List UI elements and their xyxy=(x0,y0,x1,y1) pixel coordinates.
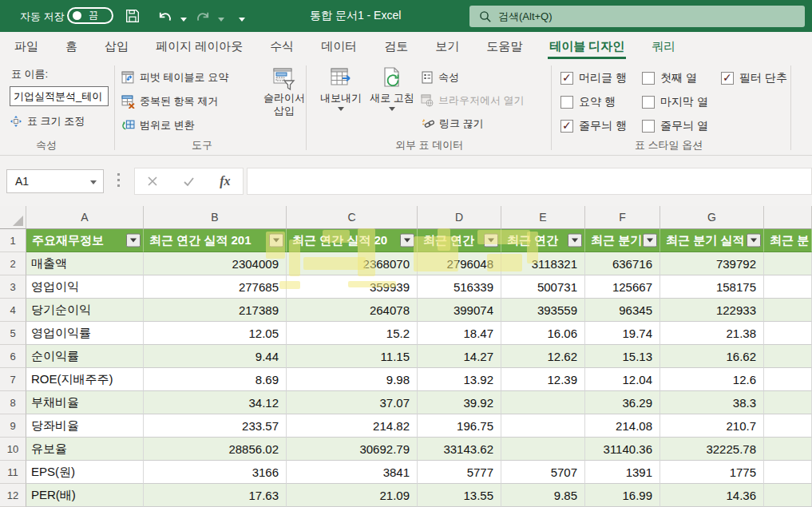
tab-file[interactable]: 파일 xyxy=(13,33,40,59)
cell[interactable]: 122933 xyxy=(660,299,764,322)
cell[interactable] xyxy=(764,484,812,507)
last-column-checkbox[interactable]: 마지막 열 xyxy=(642,95,708,109)
cell[interactable]: 233.57 xyxy=(144,414,287,438)
row-header[interactable]: 5 xyxy=(0,322,26,345)
convert-to-range-button[interactable]: 범위로 변환 xyxy=(121,118,195,133)
cell[interactable]: 516339 xyxy=(418,275,501,299)
cell[interactable] xyxy=(764,322,812,345)
cell[interactable]: 13.92 xyxy=(418,368,501,391)
tab-data[interactable]: 데이터 xyxy=(319,33,358,59)
cell[interactable]: 17.63 xyxy=(144,484,287,507)
cell[interactable] xyxy=(764,275,812,299)
table-header-cell[interactable]: 최근 분기 실적 xyxy=(660,229,764,252)
filter-button[interactable] xyxy=(269,234,283,248)
cell[interactable]: 214.82 xyxy=(287,414,418,438)
row-header[interactable]: 12 xyxy=(0,484,26,507)
cell[interactable]: 12.05 xyxy=(144,322,287,345)
cell[interactable]: 28856.02 xyxy=(144,438,287,461)
filter-button[interactable] xyxy=(484,234,498,248)
row-header[interactable]: 8 xyxy=(0,391,26,414)
cell[interactable]: 18.47 xyxy=(418,322,501,345)
row-header[interactable]: 10 xyxy=(0,438,26,461)
redo-dropdown-icon[interactable] xyxy=(212,10,230,28)
row-header[interactable]: 4 xyxy=(0,299,26,322)
cell[interactable]: 2368070 xyxy=(287,252,418,275)
cell[interactable]: 9.44 xyxy=(144,345,287,368)
header-row-checkbox[interactable]: 머리글 행 xyxy=(560,71,627,85)
undo-dropdown-icon[interactable] xyxy=(175,10,192,28)
cell[interactable]: 217389 xyxy=(144,299,287,322)
banded-columns-checkbox[interactable]: 줄무늬 열 xyxy=(642,119,708,133)
cell[interactable]: 36.29 xyxy=(585,391,660,414)
cell-label[interactable]: 유보율 xyxy=(26,438,144,461)
autosave-toggle[interactable]: 끔 xyxy=(67,7,113,24)
cell[interactable]: 38.3 xyxy=(660,391,764,414)
column-header-d[interactable]: D xyxy=(418,206,501,229)
cell[interactable]: 16.99 xyxy=(585,484,660,507)
cell[interactable]: 210.7 xyxy=(660,414,764,438)
cell[interactable]: 277685 xyxy=(144,275,287,299)
cell[interactable]: 12.39 xyxy=(501,368,585,391)
cell[interactable]: 359939 xyxy=(287,275,418,299)
row-header[interactable]: 2 xyxy=(0,252,26,275)
cell[interactable]: 12.04 xyxy=(585,368,660,391)
search-input[interactable]: 검색(Alt+Q) xyxy=(469,6,805,27)
cell[interactable]: 5707 xyxy=(501,461,585,484)
tab-formulas[interactable]: 수식 xyxy=(268,33,295,59)
column-header-h-partial[interactable] xyxy=(764,206,812,229)
cell[interactable]: 21.09 xyxy=(287,484,418,507)
filter-button[interactable] xyxy=(126,234,141,248)
cell[interactable] xyxy=(764,438,812,461)
table-header-cell[interactable]: 최근 연간 실적 20 xyxy=(287,229,418,252)
cell[interactable]: 399074 xyxy=(418,299,501,322)
cell[interactable]: 12.6 xyxy=(660,368,764,391)
cell[interactable]: 37.07 xyxy=(287,391,418,414)
cell[interactable]: 3118321 xyxy=(501,252,585,275)
cell[interactable]: 14.36 xyxy=(660,484,764,507)
table-header-cell[interactable]: 최근 연간 xyxy=(418,229,501,252)
tab-home[interactable]: 홈 xyxy=(64,33,79,59)
cell-label[interactable]: 매출액 xyxy=(26,252,144,275)
cell-label[interactable]: 당좌비율 xyxy=(26,414,144,438)
cell-label[interactable]: 부채비율 xyxy=(26,391,144,414)
cell[interactable]: 12.62 xyxy=(501,345,585,368)
cancel-icon[interactable] xyxy=(147,176,158,187)
banded-rows-checkbox[interactable]: 줄무늬 행 xyxy=(560,119,627,133)
toolbar-options-icon[interactable] xyxy=(233,10,251,28)
cell[interactable]: 13.55 xyxy=(418,484,501,507)
redo-icon[interactable] xyxy=(194,7,212,25)
cell[interactable] xyxy=(764,345,812,368)
tab-help[interactable]: 도움말 xyxy=(485,33,524,59)
cell-label[interactable]: EPS(원) xyxy=(26,461,144,484)
cell[interactable]: 1391 xyxy=(585,461,660,484)
select-all-button[interactable] xyxy=(0,206,26,229)
tab-page-layout[interactable]: 페이지 레이아웃 xyxy=(154,33,244,59)
cell[interactable] xyxy=(764,414,812,438)
export-button[interactable]: 내보내기 xyxy=(316,66,366,111)
filter-button[interactable] xyxy=(568,234,582,248)
insert-slicer-button[interactable]: 슬라이서 삽입 xyxy=(263,66,305,118)
cell[interactable]: 3166 xyxy=(144,461,287,484)
cell[interactable] xyxy=(501,438,585,461)
cell[interactable]: 16.62 xyxy=(660,345,764,368)
cell[interactable]: 21.38 xyxy=(660,322,764,345)
table-header-cell[interactable]: 최근 분 xyxy=(764,229,812,252)
remove-duplicates-button[interactable]: 중복된 항목 제거 xyxy=(121,94,218,109)
cell-label[interactable]: PER(배) xyxy=(26,484,144,507)
cell[interactable]: 39.92 xyxy=(418,391,501,414)
cell[interactable]: 158175 xyxy=(660,275,764,299)
formula-input[interactable] xyxy=(247,168,812,195)
unlink-button[interactable]: 링크 끊기 xyxy=(421,117,484,131)
table-header-cell[interactable]: 주요재무정보 xyxy=(26,229,144,252)
cell[interactable] xyxy=(501,391,585,414)
cell[interactable]: 5777 xyxy=(418,461,501,484)
tab-table-design[interactable]: 테이블 디자인 xyxy=(548,33,626,59)
table-header-cell[interactable]: 최근 연간 실적 201 xyxy=(144,229,287,252)
cell-label[interactable]: 영업이익 xyxy=(26,275,144,299)
cell[interactable]: 14.27 xyxy=(418,345,501,368)
refresh-button[interactable]: 새로 고침 xyxy=(369,66,415,111)
undo-icon[interactable] xyxy=(156,7,174,25)
filter-button[interactable] xyxy=(747,234,761,248)
column-header-c[interactable]: C xyxy=(287,206,418,229)
first-column-checkbox[interactable]: 첫째 열 xyxy=(642,71,697,85)
